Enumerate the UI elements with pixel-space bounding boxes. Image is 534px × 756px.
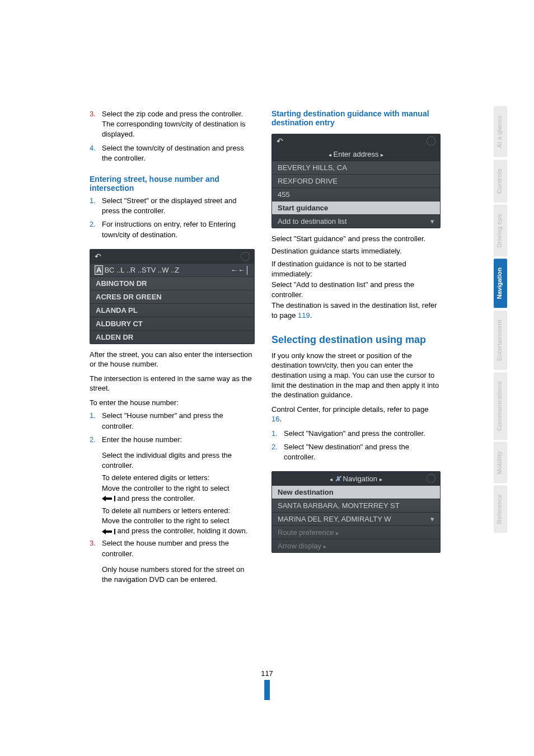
dim-row: Route preference ▸: [272, 525, 440, 539]
note: Only house numbers stored for the street…: [102, 565, 255, 585]
street-steps-list: 1. Select "Street" or the displayed stre…: [90, 196, 255, 243]
page-link[interactable]: 16: [271, 415, 279, 423]
list-row: ALDEN DR: [90, 330, 254, 344]
screen-title: ◂ Enter address ▸: [272, 148, 440, 161]
step-number: 4.: [90, 143, 102, 163]
text: To delete all numbers or letters entered…: [102, 506, 230, 525]
zip-steps-list: 3. Select the zip code and press the con…: [90, 109, 255, 167]
text: and press the controller.: [115, 494, 195, 503]
corner-icon: [427, 137, 435, 145]
text: and press the controller, holding it dow…: [115, 527, 247, 535]
text: Control Center, for principle details, r…: [271, 405, 428, 414]
step-text: Select the house number and press the co…: [102, 538, 255, 558]
text: The destination is saved in the destinat…: [271, 301, 437, 320]
step-text: For instructions on entry, refer to Ente…: [102, 219, 255, 240]
sub-step: To delete entered digits or letters: Mov…: [102, 473, 255, 504]
right-column: Starting destination guidance with manua…: [271, 109, 441, 722]
step-text: Select "House number" and press the cont…: [102, 411, 255, 431]
step-text: Enter the house number:: [102, 435, 255, 445]
text: .: [310, 311, 312, 320]
delete-icon: ←│: [231, 266, 250, 274]
step-text: Select the zip code and press the contro…: [102, 109, 255, 140]
list-row: ALANDA PL: [90, 303, 254, 317]
corner-icon: [241, 252, 250, 261]
paragraph: After the street, you can also enter the…: [90, 350, 255, 369]
highlight-row: New destination: [272, 485, 440, 499]
list-row: Add to destination list▾: [272, 214, 440, 228]
step-number: 2.: [90, 435, 102, 445]
paragraph: Select "Add to destination list" and pre…: [271, 280, 441, 299]
paragraph: The destination is saved in the destinat…: [271, 300, 441, 320]
back-icon: ↶: [277, 137, 285, 145]
list-row: ABINGTON DR: [90, 276, 254, 290]
step-number: 2.: [90, 219, 102, 240]
footer-bar: [264, 680, 270, 700]
char-sequence: BC ..L ..R ..STV ..W ..Z: [104, 266, 179, 274]
step-text: Select the town/city of destination and …: [102, 143, 255, 163]
delete-arrow-icon: [102, 529, 115, 534]
text: .: [279, 415, 282, 423]
paragraph: The intersection is entered in the same …: [90, 374, 255, 393]
heading-selecting-dest-map: Selecting destination using map: [271, 334, 441, 346]
text: To delete entered digits or letters: Mov…: [102, 473, 229, 492]
page-footer: 117: [261, 669, 273, 700]
sub-step: Select the individual digits and press t…: [102, 450, 255, 471]
house-number-steps: 1. Select "House number" and press the c…: [90, 411, 255, 448]
step-number: 3.: [90, 538, 102, 558]
back-icon: ↶: [95, 252, 104, 261]
list-row: 455: [272, 187, 440, 201]
step-number: 1.: [90, 411, 102, 431]
step-number: 1.: [90, 196, 102, 216]
list-row: SANTA BARBARA, MONTERREY ST: [272, 499, 440, 512]
paragraph: Destination guidance starts immediately.: [271, 246, 441, 256]
screenshot-street-speller: ↶ ABC ..L ..R ..STV ..W ..Z ←│ ABINGTON …: [90, 249, 255, 344]
paragraph: Control Center, for principle details, r…: [271, 405, 441, 424]
house-number-step3: 3. Select the house number and press the…: [90, 538, 255, 562]
screenshot-enter-address: ↶ ◂ Enter address ▸ BEVERLY HILLS, CA RE…: [271, 134, 441, 228]
step-number: 3.: [90, 109, 102, 140]
selected-letter: A: [95, 265, 103, 275]
paragraph: If you only know the street or position …: [271, 351, 441, 400]
character-bar: ABC ..L ..R ..STV ..W ..Z ←│: [90, 263, 254, 276]
list-row: BEVERLY HILLS, CA: [272, 161, 440, 174]
step-number: 2.: [271, 442, 284, 462]
nav-icon: ✘: [335, 475, 341, 483]
map-steps-list: 1. Select "Navigation" and press the con…: [271, 429, 441, 466]
step-number: 1.: [271, 429, 284, 439]
step-text: Select "Navigation" and press the contro…: [284, 429, 441, 439]
list-row: ACRES DR GREEN: [90, 290, 254, 303]
heading-start-guidance: Starting destination guidance with manua…: [271, 109, 441, 127]
screenshot-navigation-menu: ↶ ◂ ✘ Navigation ▸ New destination SANTA…: [271, 471, 441, 553]
step-text: Select "New destination" and press the c…: [284, 442, 441, 462]
screen-title: Navigation: [343, 475, 377, 483]
page-number: 117: [261, 669, 273, 678]
heading-entering-street: Entering street, house number and inters…: [90, 175, 255, 192]
paragraph: Select "Start guidance" and press the co…: [271, 234, 441, 244]
paragraph: If destination guidance is not to be sta…: [271, 259, 441, 279]
dim-row: Arrow display ▸: [272, 539, 440, 552]
list-row: ALDBURY CT: [90, 317, 254, 330]
list-row: REXFORD DRIVE: [272, 174, 440, 187]
corner-icon: [427, 474, 435, 483]
paragraph: To enter the house number:: [90, 398, 255, 408]
sub-step: To delete all numbers or letters entered…: [102, 506, 255, 537]
left-column: 3. Select the zip code and press the con…: [90, 109, 255, 722]
page-link[interactable]: 119: [298, 311, 310, 320]
delete-arrow-icon: [102, 496, 115, 501]
list-row: MARINA DEL REY, ADMIRALTY W▾: [272, 512, 440, 525]
step-text: Select "Street" or the displayed street …: [102, 196, 255, 216]
highlight-row: Start guidance: [272, 201, 440, 214]
